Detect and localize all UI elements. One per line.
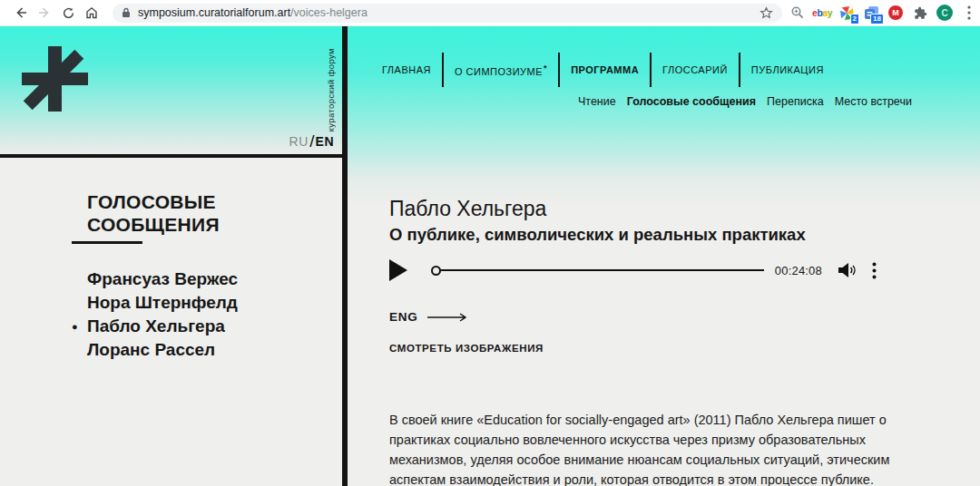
sidebar-title: ГОЛОСОВЫЕ СООБЩЕНИЯ bbox=[87, 190, 342, 236]
home-icon bbox=[84, 5, 99, 20]
page: кураторский форум RU / EN ГОЛОСОВЫЕ СООБ… bbox=[0, 26, 980, 486]
right-panel: ГЛАВНАЯ О СИМПОЗИУМЕ* ПРОГРАММА ГЛОССАРИ… bbox=[348, 26, 980, 486]
site-header-left: кураторский форум RU / EN bbox=[0, 26, 342, 158]
view-images-link[interactable]: СМОТРЕТЬ ИЗОБРАЖЕНИЯ bbox=[389, 343, 544, 354]
url-domain: symposium.curatorialforum.art bbox=[138, 6, 290, 19]
play-icon bbox=[389, 259, 407, 281]
nav-item-glossariy[interactable]: ГЛОССАРИЙ bbox=[662, 64, 728, 75]
forward-button[interactable] bbox=[33, 2, 56, 24]
description-paragraph: В своей книге «Education for socially-en… bbox=[389, 410, 923, 486]
mega-letter: M bbox=[892, 8, 899, 17]
calendar-badge: 18 bbox=[870, 14, 884, 24]
puzzle-icon bbox=[914, 6, 927, 20]
lang-en[interactable]: EN bbox=[316, 134, 334, 149]
subnav-item-golosovye[interactable]: Голосовые сообщения bbox=[627, 95, 756, 108]
volume-button[interactable] bbox=[838, 262, 858, 278]
mega-extension-icon[interactable]: M bbox=[887, 5, 904, 21]
sidebar-item-rassel[interactable]: Лоранс Рассел bbox=[87, 338, 342, 362]
nav-item-publikaciya[interactable]: ПУБЛИКАЦИЯ bbox=[751, 64, 824, 75]
url-path: /voices-helgera bbox=[290, 6, 368, 19]
asterisk-logo-icon[interactable] bbox=[22, 46, 89, 112]
browser-menu-button[interactable] bbox=[961, 5, 977, 21]
left-panel: кураторский форум RU / EN ГОЛОСОВЫЕ СООБ… bbox=[0, 26, 348, 486]
sidebar-title-line2: СООБЩЕНИЯ bbox=[87, 213, 342, 236]
audio-player: 00:24:08 bbox=[389, 258, 877, 283]
seek-slider[interactable] bbox=[431, 266, 764, 276]
back-button[interactable] bbox=[9, 2, 33, 24]
sidebar-item-verges[interactable]: Франсуаз Вержес bbox=[87, 267, 342, 291]
ebay-logo: ebay bbox=[812, 7, 832, 18]
sidebar: ГОЛОСОВЫЕ СООБЩЕНИЯ Франсуаз Вержес Нора… bbox=[0, 158, 342, 486]
extensions-row: ebay 2 18 M C bbox=[789, 5, 977, 21]
side-label: кураторский форум bbox=[326, 48, 336, 132]
nav-asterisk-icon: * bbox=[544, 63, 547, 73]
nav-divider bbox=[558, 53, 560, 87]
avatar-letter: C bbox=[941, 8, 947, 18]
nav-item-o-simpoziume[interactable]: О СИМПОЗИУМЕ* bbox=[455, 63, 547, 77]
sidebar-title-line1: ГОЛОСОВЫЕ bbox=[87, 190, 342, 213]
time-display: 00:24:08 bbox=[775, 264, 822, 277]
volume-icon bbox=[838, 262, 858, 278]
main-nav: ГЛАВНАЯ О СИМПОЗИУМЕ* ПРОГРАММА ГЛОССАРИ… bbox=[382, 53, 980, 87]
play-button[interactable] bbox=[389, 259, 407, 281]
subnav-item-chtenie[interactable]: Чтение bbox=[578, 95, 616, 108]
nav-divider bbox=[739, 53, 740, 87]
forward-arrow-icon bbox=[37, 5, 52, 20]
refresh-button[interactable] bbox=[56, 2, 80, 24]
avatar-icon: C bbox=[936, 5, 953, 21]
subnav-item-perepiska[interactable]: Переписка bbox=[767, 95, 824, 108]
slider-track[interactable] bbox=[440, 269, 764, 271]
bookmark-star-icon[interactable] bbox=[760, 6, 773, 20]
lang-divider: / bbox=[309, 131, 314, 151]
nav-divider bbox=[442, 53, 444, 87]
sidebar-item-helguera[interactable]: ●Пабло Хельгера bbox=[87, 315, 342, 338]
pinwheel-badge: 2 bbox=[850, 14, 859, 24]
calendar-extension-icon[interactable]: 18 bbox=[863, 5, 879, 21]
title-underline bbox=[72, 241, 142, 244]
sub-nav: Чтение Голосовые сообщения Переписка Мес… bbox=[578, 95, 980, 108]
language-switcher[interactable]: RU / EN bbox=[289, 131, 334, 151]
profile-avatar[interactable]: C bbox=[936, 5, 953, 21]
ebay-extension-icon[interactable]: ebay bbox=[814, 5, 830, 21]
browser-toolbar: symposium.curatorialforum.art/voices-hel… bbox=[0, 0, 980, 26]
long-arrow-icon bbox=[427, 313, 467, 322]
site-header-right: ГЛАВНАЯ О СИМПОЗИУМЕ* ПРОГРАММА ГЛОССАРИ… bbox=[348, 26, 980, 108]
subnav-item-mesto-vstrechi[interactable]: Место встречи bbox=[835, 95, 912, 108]
eng-link[interactable]: ENG bbox=[389, 310, 467, 324]
active-item-marker: ● bbox=[72, 315, 78, 338]
page-title: Пабло Хельгера bbox=[389, 198, 944, 220]
sidebar-item-sternfeld[interactable]: Нора Штернфелд bbox=[87, 291, 342, 315]
extensions-puzzle-button[interactable] bbox=[912, 5, 928, 21]
home-button[interactable] bbox=[80, 2, 103, 24]
refresh-icon bbox=[62, 6, 75, 20]
mega-icon: M bbox=[888, 5, 903, 20]
page-subtitle: О публике, символических и реальных прак… bbox=[389, 225, 944, 245]
back-arrow-icon bbox=[14, 5, 28, 20]
nav-divider bbox=[650, 53, 652, 87]
voices-list: Франсуаз Вержес Нора Штернфелд ●Пабло Хе… bbox=[87, 267, 342, 362]
nav-item-programma[interactable]: ПРОГРАММА bbox=[571, 64, 639, 75]
eng-label: ENG bbox=[389, 310, 418, 324]
player-kebab-icon bbox=[872, 262, 877, 279]
url-text: symposium.curatorialforum.art/voices-hel… bbox=[138, 6, 760, 19]
lang-ru[interactable]: RU bbox=[289, 134, 309, 149]
magnifier-icon bbox=[790, 5, 805, 20]
zoom-extension-icon[interactable] bbox=[789, 5, 806, 21]
pinwheel-extension-icon[interactable]: 2 bbox=[838, 5, 855, 21]
nav-item-glavnaya[interactable]: ГЛАВНАЯ bbox=[382, 64, 431, 75]
main-content: Пабло Хельгера О публике, символических … bbox=[348, 108, 980, 486]
lock-icon bbox=[122, 7, 131, 18]
kebab-menu-icon bbox=[967, 5, 971, 20]
player-menu-button[interactable] bbox=[872, 262, 877, 279]
address-bar[interactable]: symposium.curatorialforum.art/voices-hel… bbox=[113, 4, 782, 23]
